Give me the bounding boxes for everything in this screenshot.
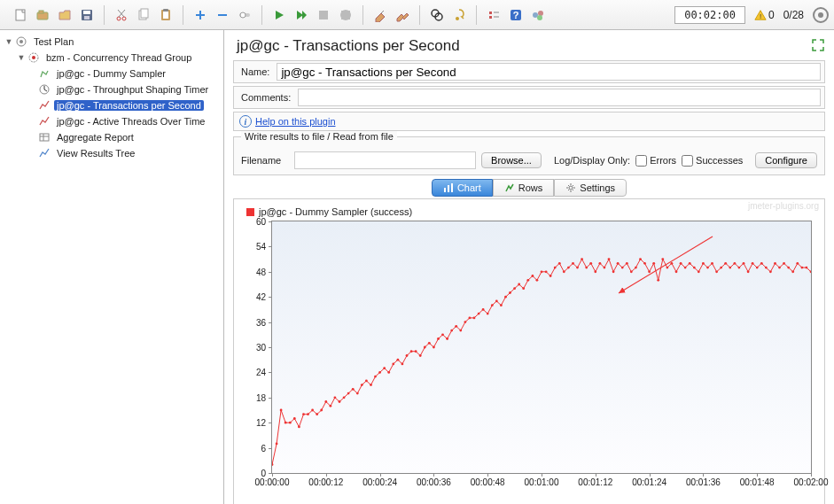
tab-settings[interactable]: Settings	[554, 179, 627, 197]
svg-point-133	[693, 267, 696, 269]
open-button[interactable]	[55, 5, 74, 25]
svg-point-91	[504, 296, 507, 299]
tree-root[interactable]: ▼ Test Plan	[2, 34, 222, 50]
help-button[interactable]: ?	[506, 5, 526, 25]
tree-item[interactable]: jp@gc - Dummy Sampler	[2, 66, 222, 81]
svg-point-145	[747, 270, 750, 273]
svg-point-89	[495, 300, 498, 303]
tree-item[interactable]: jp@gc - Transactions per Second	[2, 97, 222, 113]
toggle-button[interactable]	[235, 5, 254, 25]
paste-button[interactable]	[156, 5, 175, 25]
svg-rect-2	[39, 11, 43, 13]
y-tick-label: 18	[234, 392, 271, 402]
svg-point-105	[567, 267, 570, 269]
svg-point-97	[532, 275, 534, 277]
expand-button[interactable]	[191, 5, 210, 25]
x-tick-label: 00:00:36	[417, 477, 451, 487]
test-plan-tree[interactable]: ▼ Test Plan ▼ bzm - Concurrency Thread G…	[0, 30, 224, 504]
svg-point-80	[455, 325, 457, 328]
start-button[interactable]	[269, 5, 289, 25]
y-tick-label: 12	[234, 418, 271, 428]
svg-point-114	[608, 258, 611, 260]
expand-panel-icon[interactable]	[811, 38, 825, 55]
global-stop-button[interactable]	[813, 7, 829, 23]
comments-input[interactable]	[298, 89, 821, 106]
tree-item[interactable]: Aggregate Report	[2, 129, 222, 145]
svg-point-94	[518, 283, 520, 286]
help-link[interactable]: Help on this plugin	[255, 116, 336, 127]
svg-point-104	[563, 270, 565, 273]
svg-rect-37	[451, 183, 453, 192]
warning-counter[interactable]: ! 0	[754, 9, 775, 21]
svg-point-144	[743, 262, 745, 265]
tree-item[interactable]: jp@gc - Active Threads Over Time	[2, 113, 222, 129]
svg-point-55	[343, 396, 346, 399]
tree-item[interactable]: View Results Tree	[2, 145, 222, 161]
svg-point-60	[365, 380, 368, 383]
function-helper-button[interactable]	[484, 5, 503, 25]
tree-thread-group[interactable]: ▼ bzm - Concurrency Thread Group	[2, 50, 222, 66]
svg-point-20	[456, 17, 459, 20]
svg-point-51	[324, 400, 327, 403]
tab-rows[interactable]: Rows	[493, 179, 555, 197]
svg-point-86	[482, 308, 485, 311]
svg-point-57	[352, 388, 355, 391]
tab-chart[interactable]: Chart	[432, 179, 493, 197]
successes-checkbox[interactable]: Successes	[682, 155, 743, 167]
x-tick-label: 00:00:48	[471, 477, 505, 487]
svg-point-74	[428, 342, 431, 345]
svg-point-121	[639, 258, 642, 260]
svg-point-147	[756, 267, 759, 269]
browse-button[interactable]: Browse...	[481, 152, 542, 168]
cut-button[interactable]	[112, 5, 131, 25]
legend-label: jp@gc - Dummy Sampler (success)	[259, 206, 412, 217]
svg-point-40	[276, 443, 278, 446]
configure-button[interactable]: Configure	[755, 152, 817, 168]
svg-rect-17	[341, 11, 350, 19]
save-button[interactable]	[77, 5, 97, 25]
plugins-button[interactable]	[528, 5, 548, 25]
svg-point-103	[558, 262, 561, 265]
svg-point-100	[545, 270, 548, 273]
svg-point-27	[537, 15, 542, 20]
tree-item-icon	[37, 146, 51, 160]
svg-rect-36	[448, 185, 449, 192]
svg-point-156	[796, 262, 799, 265]
svg-point-90	[500, 304, 503, 306]
errors-checkbox[interactable]: Errors	[635, 155, 676, 167]
stop-button[interactable]	[314, 5, 333, 25]
new-button[interactable]	[11, 5, 30, 25]
clear-all-button[interactable]	[393, 5, 412, 25]
filename-input[interactable]	[294, 151, 476, 169]
svg-point-139	[720, 267, 722, 269]
start-no-pause-button[interactable]	[292, 5, 311, 25]
search-button[interactable]	[427, 5, 447, 25]
templates-button[interactable]	[33, 5, 52, 25]
collapse-button[interactable]	[213, 5, 232, 25]
svg-rect-21	[489, 12, 492, 14]
name-input[interactable]	[277, 63, 821, 81]
shutdown-button[interactable]	[336, 5, 355, 25]
y-tick-label: 48	[234, 267, 271, 276]
tree-item-icon	[37, 114, 51, 128]
svg-point-115	[612, 270, 615, 273]
clear-button[interactable]	[370, 5, 390, 25]
svg-point-142	[734, 262, 737, 265]
svg-point-157	[801, 267, 804, 269]
svg-rect-4	[83, 11, 90, 14]
svg-text:?: ?	[513, 10, 519, 20]
svg-point-30	[19, 40, 23, 43]
svg-point-58	[356, 392, 359, 395]
y-tick-label: 54	[234, 242, 271, 252]
chart-line	[272, 221, 811, 473]
svg-point-116	[617, 262, 620, 265]
copy-button[interactable]	[134, 5, 153, 25]
svg-point-43	[289, 422, 292, 424]
svg-point-38	[569, 186, 573, 190]
svg-rect-12	[163, 9, 168, 12]
svg-point-75	[433, 346, 435, 349]
reset-search-button[interactable]	[449, 5, 469, 25]
svg-point-79	[450, 330, 453, 332]
svg-point-42	[284, 422, 287, 424]
tree-item[interactable]: jp@gc - Throughput Shaping Timer	[2, 81, 222, 97]
